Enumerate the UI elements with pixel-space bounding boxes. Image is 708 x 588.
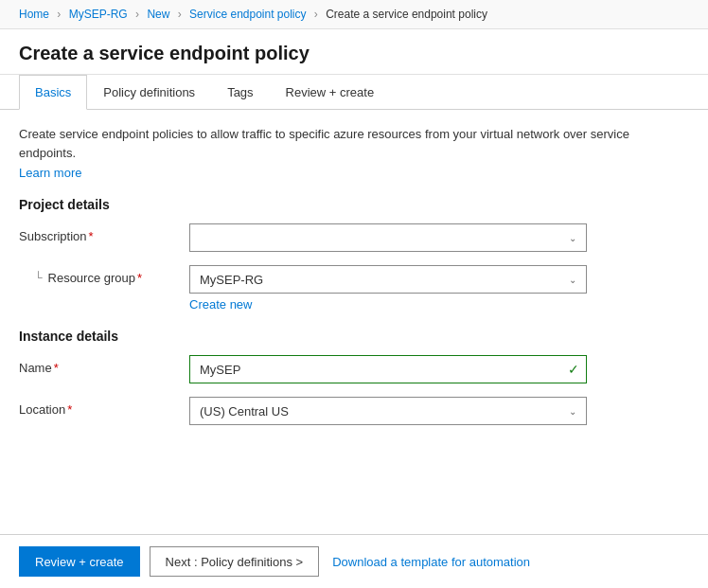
tab-basics[interactable]: Basics xyxy=(19,75,87,110)
learn-more-link[interactable]: Learn more xyxy=(19,166,81,180)
main-content: Create service endpoint policies to allo… xyxy=(0,110,708,588)
resource-group-indent: └ Resource group* xyxy=(19,265,189,285)
subscription-chevron-icon: ⌄ xyxy=(569,233,576,243)
review-create-button[interactable]: Review + create xyxy=(19,546,140,577)
indent-symbol: └ xyxy=(19,271,43,284)
name-input[interactable] xyxy=(189,355,587,383)
location-value: (US) Central US xyxy=(200,404,289,419)
breadcrumb-mysep-rg[interactable]: MySEP-RG xyxy=(69,8,128,21)
breadcrumb-sep-2: › xyxy=(135,8,139,21)
location-dropdown[interactable]: (US) Central US ⌄ xyxy=(189,397,587,425)
download-template-link[interactable]: Download a template for automation xyxy=(332,555,530,569)
breadcrumb-service-endpoint-policy[interactable]: Service endpoint policy xyxy=(189,8,306,21)
subscription-row: Subscription* ⌄ xyxy=(19,223,689,252)
info-text: Create service endpoint policies to allo… xyxy=(19,125,689,162)
location-label: Location* xyxy=(19,397,189,417)
location-row: Location* (US) Central US ⌄ xyxy=(19,397,689,425)
create-new-link[interactable]: Create new xyxy=(189,297,252,312)
name-label: Name* xyxy=(19,355,189,375)
subscription-field: ⌄ xyxy=(189,223,587,252)
subscription-dropdown[interactable]: ⌄ xyxy=(189,223,587,252)
footer: Review + create Next : Policy definition… xyxy=(0,534,708,588)
project-details-header: Project details xyxy=(19,197,689,212)
breadcrumb: Home › MySEP-RG › New › Service endpoint… xyxy=(0,0,708,29)
breadcrumb-current: Create a service endpoint policy xyxy=(326,8,487,21)
page-title: Create a service endpoint policy xyxy=(0,29,708,75)
breadcrumb-sep-4: › xyxy=(314,8,318,21)
breadcrumb-sep-3: › xyxy=(178,8,182,21)
tab-policy-definitions[interactable]: Policy definitions xyxy=(87,75,211,110)
tabs-container: Basics Policy definitions Tags Review + … xyxy=(0,75,708,110)
subscription-required: * xyxy=(89,229,94,243)
name-input-wrapper: ✓ xyxy=(189,355,587,383)
resource-group-field: MySEP-RG ⌄ Create new xyxy=(189,265,587,312)
resource-group-chevron-icon: ⌄ xyxy=(569,275,576,285)
instance-details-header: Instance details xyxy=(19,329,689,344)
breadcrumb-sep-1: › xyxy=(57,8,61,21)
breadcrumb-new[interactable]: New xyxy=(147,8,169,21)
breadcrumb-home[interactable]: Home xyxy=(19,8,49,21)
location-field: (US) Central US ⌄ xyxy=(189,397,587,425)
location-chevron-icon: ⌄ xyxy=(569,406,576,417)
rg-required: * xyxy=(137,271,142,285)
name-valid-icon: ✓ xyxy=(568,362,579,377)
next-button[interactable]: Next : Policy definitions > xyxy=(150,546,320,577)
resource-group-dropdown[interactable]: MySEP-RG ⌄ xyxy=(189,265,587,294)
tab-tags[interactable]: Tags xyxy=(211,75,269,110)
name-row: Name* ✓ xyxy=(19,355,689,383)
subscription-label: Subscription* xyxy=(19,223,189,243)
resource-group-value: MySEP-RG xyxy=(200,273,263,287)
location-required: * xyxy=(67,402,72,417)
resource-group-label: Resource group* xyxy=(48,271,143,285)
name-required: * xyxy=(54,361,59,375)
tab-review-create[interactable]: Review + create xyxy=(270,75,391,110)
name-field: ✓ xyxy=(189,355,587,383)
resource-group-row: └ Resource group* MySEP-RG ⌄ Create new xyxy=(19,265,689,312)
